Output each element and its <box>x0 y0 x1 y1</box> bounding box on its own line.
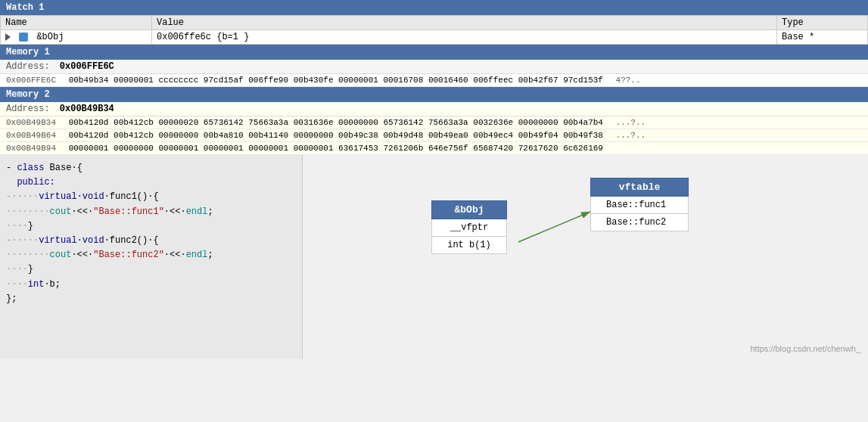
memory1-row0-bytes: 00b49b34 00000001 cccccccc 97cd15af 006f… <box>69 76 603 85</box>
code-line-4: ········cout·<<·"Base::func1"·<<·endl; <box>0 205 302 219</box>
code-line-5: ····} <box>0 219 302 234</box>
vftable-box: vftable Base::func1 Base::func2 <box>590 178 689 231</box>
memory2-data-row-0: 0x00B49B34 00b4120d 00b412cb 00000020 65… <box>0 116 868 129</box>
vftable-header: vftable <box>590 178 689 197</box>
memory1-address-label: Address: <box>6 61 50 72</box>
memory2-row0-bytes: 00b4120d 00b412cb 00000020 65736142 7566… <box>69 118 603 127</box>
watch-name-cell: &bObj <box>1 30 152 45</box>
memory2-row1-ascii: ...?.. <box>616 131 646 140</box>
svg-line-1 <box>518 212 590 242</box>
watch1-col-type: Type <box>777 16 868 30</box>
watch-name: &bObj <box>36 32 64 42</box>
code-line-2: public: <box>0 175 302 190</box>
memory2-data-row-2: 0x00B49B94 00000001 00000000 00000001 00… <box>0 142 868 155</box>
memory1-data-row-0: 0x006FFE6C 00b49b34 00000001 cccccccc 97… <box>0 74 868 87</box>
memory2-row1-bytes: 00b4120d 00b412cb 00000000 00b4a810 00b4… <box>69 131 603 140</box>
diagram-arrow-svg <box>303 155 868 359</box>
code-line-12: }; <box>0 292 302 306</box>
obj-box-row-b: int b(1) <box>431 237 507 254</box>
code-line-8: ········cout·<<·"Base::func2"·<<·endl; <box>0 248 302 262</box>
memory2-address-row: Address: 0x00B49B34 <box>0 102 868 116</box>
watermark: https://blog.csdn.net/chenwh_ <box>750 344 860 353</box>
object-icon <box>19 33 28 42</box>
memory2-row2-addr: 0x00B49B94 <box>6 144 56 153</box>
memory2-data-row-1: 0x00B49B64 00b4120d 00b412cb 00000000 00… <box>0 129 868 142</box>
code-panel: - class Base·{ public: -·····virtual·voi… <box>0 155 303 359</box>
vftable-row-func1: Base::func1 <box>590 197 689 214</box>
obj-box: &bObj __vfptr int b(1) <box>431 200 507 254</box>
watch-value-cell: 0x006ffe6c {b=1 } <box>152 30 777 45</box>
memory2-header: Memory 2 <box>0 87 868 102</box>
memory1-header: Memory 1 <box>0 45 868 60</box>
watch1-col-value: Value <box>152 16 777 30</box>
diagram-panel: &bObj __vfptr int b(1) vftable Base::fun… <box>303 155 868 359</box>
watch-type-cell: Base * <box>777 30 868 45</box>
bottom-section: - class Base·{ public: -·····virtual·voi… <box>0 155 868 359</box>
memory2-address-label: Address: <box>6 104 50 114</box>
memory2-row0-addr: 0x00B49B34 <box>6 118 56 127</box>
watch1-header: Watch 1 <box>0 0 868 15</box>
code-line-1: - class Base·{ <box>0 161 302 175</box>
memory2-row2-bytes: 00000001 00000000 00000001 00000001 0000… <box>69 144 603 153</box>
expand-arrow-icon[interactable] <box>5 33 11 41</box>
vftable-row-func2: Base::func2 <box>590 214 689 231</box>
memory2-address-value[interactable]: 0x00B49B34 <box>60 104 114 114</box>
memory1-address-row: Address: 0x006FFE6C <box>0 60 868 74</box>
memory2-row1-addr: 0x00B49B64 <box>6 131 56 140</box>
memory2-row0-ascii: ...?.. <box>616 118 646 127</box>
obj-box-header: &bObj <box>431 200 507 219</box>
code-line-3: -·····virtual·void·func1()·{ <box>0 190 302 204</box>
code-line-11: ····int·b; <box>0 278 302 292</box>
watch1-col-name: Name <box>1 16 152 30</box>
memory1-row0-addr: 0x006FFE6C <box>6 76 56 85</box>
watch1-table: Name Value Type &bObj 0x006ffe6c {b=1 } … <box>0 15 868 45</box>
memory1-address-value[interactable]: 0x006FFE6C <box>60 61 114 72</box>
table-row: &bObj 0x006ffe6c {b=1 } Base * <box>1 30 868 45</box>
memory1-row0-ascii: 4??.. <box>616 76 641 85</box>
obj-box-row-vfptr: __vfptr <box>431 219 507 237</box>
code-line-7: -·····virtual·void·func2()·{ <box>0 234 302 248</box>
code-line-9: ····} <box>0 262 302 277</box>
